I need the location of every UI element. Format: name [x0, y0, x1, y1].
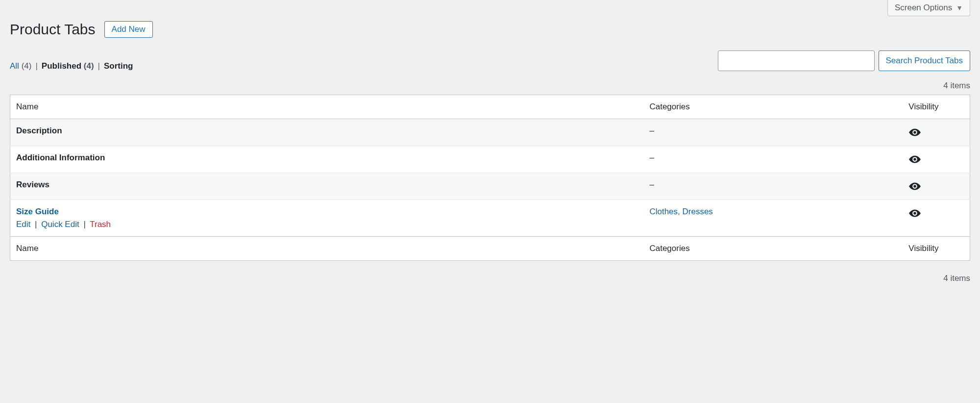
row-categories: –: [643, 146, 903, 173]
row-categories-link[interactable]: Clothes, Dresses: [649, 207, 712, 216]
page-title: Product Tabs: [10, 21, 96, 38]
eye-icon: [908, 180, 964, 193]
items-count-bottom: 4 items: [943, 274, 970, 283]
separator: |: [83, 220, 85, 229]
status-filters: All (4) | Published (4) | Sorting: [10, 61, 133, 71]
row-categories: –: [643, 119, 903, 146]
table-row: Description –: [10, 119, 970, 146]
row-actions: Edit | Quick Edit | Trash: [16, 220, 637, 229]
add-new-button[interactable]: Add New: [104, 21, 153, 38]
row-title: Description: [16, 126, 62, 135]
filter-published-current: Published (4): [42, 61, 94, 71]
table-row: Reviews –: [10, 173, 970, 200]
separator: |: [35, 220, 37, 229]
table-row: Size Guide Edit | Quick Edit | Trash Clo…: [10, 200, 970, 237]
separator: |: [98, 61, 100, 71]
row-categories: –: [643, 173, 903, 200]
search-button[interactable]: Search Product Tabs: [879, 50, 971, 71]
edit-link[interactable]: Edit: [16, 220, 30, 229]
filter-sorting[interactable]: Sorting: [104, 61, 133, 71]
eye-icon: [908, 153, 964, 166]
table-row: Additional Information –: [10, 146, 970, 173]
column-header-name[interactable]: Name: [10, 95, 644, 119]
quick-edit-link[interactable]: Quick Edit: [41, 220, 79, 229]
eye-icon: [908, 126, 964, 139]
separator: |: [35, 61, 37, 71]
search-input[interactable]: [718, 50, 875, 71]
items-count-top: 4 items: [943, 81, 970, 91]
caret-down-icon: ▼: [956, 4, 963, 12]
filter-all-link[interactable]: All (4): [10, 61, 31, 71]
column-footer-name[interactable]: Name: [10, 237, 644, 261]
trash-link[interactable]: Trash: [90, 220, 111, 229]
row-title: Additional Information: [16, 153, 105, 162]
product-tabs-table: Name Categories Visibility Description –: [10, 95, 970, 261]
screen-options-label: Screen Options: [895, 3, 952, 13]
row-title-link[interactable]: Size Guide: [16, 207, 59, 216]
column-header-categories[interactable]: Categories: [643, 95, 903, 119]
column-footer-categories[interactable]: Categories: [643, 237, 903, 261]
screen-options-button[interactable]: Screen Options ▼: [887, 0, 970, 16]
row-title: Reviews: [16, 180, 49, 189]
eye-icon: [908, 207, 964, 220]
column-header-visibility[interactable]: Visibility: [903, 95, 970, 119]
column-footer-visibility[interactable]: Visibility: [903, 237, 970, 261]
